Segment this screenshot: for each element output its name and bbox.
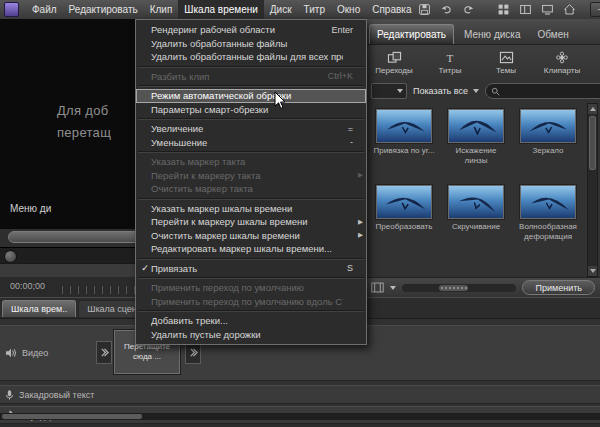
menu-item-shortcut: Enter — [331, 25, 353, 35]
menubar-item[interactable]: Шкала времени — [178, 0, 263, 19]
category-titles[interactable]: TТитры — [422, 51, 478, 75]
video-track-header: Видео — [5, 348, 48, 358]
menu-item-label: Увеличение — [151, 123, 338, 134]
effect-item[interactable]: Привязка по уг... — [368, 109, 440, 185]
menu-item[interactable]: ✓ПривязатьS — [136, 262, 366, 276]
timeline-hscrollbar[interactable] — [0, 413, 600, 420]
category-label: Титры — [439, 66, 462, 75]
menubar-item[interactable]: Файл — [26, 0, 63, 19]
chevron-down-icon — [473, 89, 479, 93]
show-all-dropdown[interactable]: Показать все — [413, 84, 479, 98]
monitor-icon[interactable] — [540, 2, 555, 17]
minimize-button[interactable]: – — [590, 2, 600, 17]
menubar-item[interactable]: Окно — [331, 0, 366, 19]
effect-label: Скручивание — [452, 222, 500, 232]
disc-menu-label[interactable]: Меню ди — [10, 203, 51, 214]
menu-item-shortcut: - — [350, 137, 353, 147]
hscrollbar-thumb[interactable] — [439, 285, 469, 291]
menu-item[interactable]: Увеличение= — [136, 122, 366, 136]
apply-button[interactable]: Применить — [522, 280, 595, 295]
menu-item-label: Удалить обработанные файлы для всех прое… — [151, 51, 343, 62]
menubar-item[interactable]: Диск — [264, 0, 298, 19]
menu-item[interactable]: Уменьшение- — [136, 136, 366, 150]
effects-scrollbar[interactable] — [587, 103, 598, 277]
menu-item[interactable]: Параметры смарт-обрезки — [136, 103, 366, 117]
menubar-item[interactable]: Редактировать — [63, 0, 144, 19]
narration-track[interactable]: Закадровый текст — [0, 385, 600, 404]
arrow-right-icon — [189, 348, 198, 357]
effect-thumbnail — [520, 185, 576, 219]
menu-separator — [138, 258, 364, 260]
scroll-down-icon[interactable] — [588, 266, 597, 276]
scroll-up-icon[interactable] — [588, 104, 597, 114]
menu-item[interactable]: Удалить обработанные файлы для всех прое… — [136, 50, 366, 64]
menu-item-label: Добавить треки... — [151, 315, 343, 326]
filmstrip-icon[interactable] — [371, 282, 384, 293]
menu-item-label: Редактировать маркер шкалы времени... — [151, 243, 343, 254]
effect-label: Искажение линзы — [444, 146, 508, 165]
menu-item[interactable]: Перейти к маркеру шкалы времени▶ — [136, 215, 366, 229]
menu-item: Указать маркер такта — [136, 155, 366, 169]
effect-item[interactable]: Скручивание — [440, 185, 512, 261]
effect-item[interactable]: Волнообразная деформация — [512, 185, 584, 261]
microphone-icon — [5, 389, 14, 400]
menu-item: Применить переход по умолчанию вдоль CTI — [136, 295, 366, 309]
home-icon[interactable] — [562, 2, 577, 17]
effect-thumbnail — [448, 109, 504, 143]
tab-timeline-view[interactable]: Шкала врем.. — [2, 300, 76, 317]
menubar-item[interactable]: Титр — [298, 0, 331, 19]
menu-item[interactable]: Режим автоматической обрезки — [136, 89, 366, 103]
insert-left-button[interactable] — [96, 341, 112, 364]
workspace-icon[interactable] — [518, 2, 533, 17]
menu-item[interactable]: Указать маркер шкалы времени — [136, 202, 366, 216]
effect-item[interactable]: Зеркало — [512, 109, 584, 185]
tab-share[interactable]: Обмен — [530, 25, 575, 44]
menu-item[interactable]: Очистить маркер шкалы времени▶ — [136, 229, 366, 243]
search-box — [485, 83, 600, 99]
titles-icon: T — [443, 51, 457, 64]
monitor-hint-line1: Для доб — [57, 103, 108, 118]
category-transitions[interactable]: Переходы — [366, 51, 422, 75]
menu-item: Перейти к маркеру такта▶ — [136, 169, 366, 183]
menu-item: Разбить клипCtrl+K — [136, 70, 366, 84]
tasks-panel: РедактироватьМеню дискаОбмен ПереходыTТи… — [365, 19, 600, 297]
video-track-icon — [5, 348, 17, 358]
redo-icon[interactable] — [461, 2, 476, 17]
menubar-item[interactable]: Клип — [144, 0, 179, 19]
titlebar: ФайлРедактироватьКлипШкала времениДискТи… — [0, 0, 600, 20]
svg-text:T: T — [447, 52, 454, 64]
tab-edit[interactable]: Редактировать — [369, 24, 454, 44]
effect-label: Преобразовать — [376, 222, 433, 232]
menu-item[interactable]: Удалить пустые дорожки — [136, 328, 366, 342]
save-icon[interactable] — [417, 2, 432, 17]
category-dropdown[interactable] — [371, 83, 407, 99]
effects-search-input[interactable] — [503, 85, 600, 97]
scrollbar-thumb[interactable] — [589, 116, 596, 170]
tab-disc-menu[interactable]: Меню диска — [457, 25, 527, 44]
menu-item[interactable]: Редактировать маркер шкалы времени... — [136, 242, 366, 256]
menubar: ФайлРедактироватьКлипШкала времениДискТи… — [26, 0, 417, 19]
undo-icon[interactable] — [439, 2, 454, 17]
submenu-arrow-icon: ▶ — [353, 171, 363, 179]
panel-bottom-bar: Применить — [366, 277, 600, 297]
effect-thumbnail — [448, 185, 504, 219]
menu-item[interactable]: Добавить треки... — [136, 314, 366, 328]
cliparts-icon — [555, 51, 569, 64]
menu-item-label: Очистить маркер шкалы времени — [151, 230, 343, 241]
menu-item[interactable]: Рендеринг рабочей областиEnter — [136, 23, 366, 37]
effects-hscrollbar[interactable] — [402, 284, 516, 292]
category-themes[interactable]: Темы — [478, 51, 534, 75]
timeline-hscrollbar-thumb[interactable] — [2, 414, 142, 419]
effect-item[interactable]: Преобразовать — [368, 185, 440, 261]
category-cliparts[interactable]: Клипарты — [534, 51, 590, 75]
menu-item-label: Применить переход по умолчанию — [151, 282, 343, 293]
effect-item[interactable]: Искажение линзы — [440, 109, 512, 185]
menu-item[interactable]: Удалить обработанные файлы — [136, 37, 366, 51]
arrow-right-icon — [100, 348, 109, 357]
grid-icon[interactable] — [496, 2, 511, 17]
options-chevron-icon[interactable] — [390, 286, 396, 290]
search-icon — [491, 87, 500, 96]
menubar-item[interactable]: Справка — [366, 0, 417, 19]
timeline-view-tabs: Шкала врем.. Шкала сцен — [2, 300, 146, 317]
shuttle-knob[interactable] — [4, 250, 17, 263]
